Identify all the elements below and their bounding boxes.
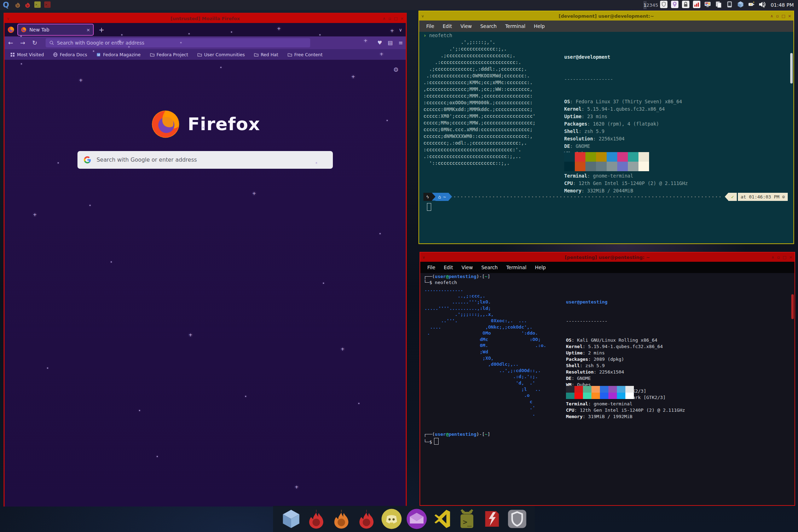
url-bar[interactable]: Search with Google or enter address	[46, 38, 310, 47]
shield-icon[interactable]	[660, 1, 667, 8]
bookmark-free-content[interactable]: Free Content	[288, 52, 323, 57]
location-pin-icon[interactable]	[671, 1, 678, 8]
terminal-olive-icon[interactable]: >_	[34, 1, 41, 8]
window-control-minimize-icon[interactable]: ▫	[388, 16, 391, 21]
bookmark-most-visited[interactable]: Most Visited	[10, 52, 44, 57]
qubes-menu-icon[interactable]: Q	[3, 0, 9, 10]
back-button[interactable]: ←	[5, 39, 17, 46]
window-control-maximize-icon[interactable]: □	[781, 14, 785, 18]
window-control-maximize-icon[interactable]: □	[782, 255, 786, 260]
home-search-box[interactable]: Search with Google or enter address	[77, 151, 333, 169]
window-menu-icon[interactable]: v	[423, 255, 425, 259]
padlock-icon[interactable]	[682, 1, 689, 8]
window-control-close-icon[interactable]: ×	[400, 16, 404, 21]
menu-icon[interactable]: ≡	[398, 40, 403, 46]
device-icon[interactable]	[726, 1, 733, 8]
window-menu-icon[interactable]: v	[422, 14, 424, 18]
library-icon[interactable]: ▤	[388, 40, 393, 46]
clock[interactable]: 01:48 PM	[771, 2, 794, 8]
dotted-leader	[454, 196, 722, 197]
battery-charging-icon[interactable]	[748, 1, 755, 8]
window-control-minimize-icon[interactable]: ▫	[776, 14, 779, 18]
scrollbar-thumb[interactable]	[790, 53, 793, 83]
window-control-close-icon[interactable]: ×	[788, 14, 791, 18]
bookmark-label: Red Hat	[261, 52, 278, 57]
palette-swatch	[575, 162, 585, 171]
dock-firefox-orange-icon[interactable]	[330, 508, 352, 530]
window-control-minimize-icon[interactable]: ▫	[777, 255, 780, 260]
volume-icon[interactable]	[759, 1, 766, 8]
dock-shield-app-icon[interactable]	[506, 508, 528, 530]
info-shell: Shell: zsh 5.9	[564, 128, 688, 135]
forward-button[interactable]: →	[17, 39, 29, 46]
window-control-close-icon[interactable]: ×	[789, 255, 792, 260]
info-memory: Memory: 319MiB / 1992MiB	[566, 414, 685, 420]
workspace-5[interactable]: 5	[655, 1, 658, 9]
window-menu-icon[interactable]: v	[7, 17, 9, 21]
window-control-shade-icon[interactable]: ∧	[771, 255, 774, 260]
qubes-cube-icon[interactable]	[737, 1, 744, 8]
dock-thunderbird-icon[interactable]	[406, 508, 428, 530]
list-all-tabs-icon[interactable]: ∨	[399, 27, 402, 33]
bookmark-user-communities[interactable]: User Communities	[197, 52, 245, 57]
menu-edit[interactable]: Edit	[440, 265, 457, 270]
bookmark-fedora-docs[interactable]: Fedora Docs	[53, 52, 87, 57]
pocket-icon[interactable]: ♥	[377, 40, 382, 46]
dev-titlebar[interactable]: v [development] user@development:~ ∧▫□×	[419, 11, 793, 21]
scrollbar-thumb[interactable]	[791, 294, 794, 319]
dock-qubes-cube-icon[interactable]	[280, 508, 302, 530]
menu-file[interactable]: File	[422, 23, 439, 29]
workspace-1[interactable]: 1	[643, 1, 646, 9]
clipboard-icon[interactable]	[715, 1, 722, 8]
window-control-maximize-icon[interactable]: □	[394, 16, 397, 21]
tab-close-icon[interactable]: ×	[86, 27, 90, 33]
bookmark-red-hat[interactable]: Red Hat	[254, 52, 278, 57]
firefox-titlebar[interactable]: v [untrusted] Mozilla Firefox ∧▫□×	[5, 14, 406, 23]
pentest-terminal-body[interactable]: ┌──(user@pentesting)-[~] └─$ neofetch ..…	[420, 273, 794, 505]
window-control-shade-icon[interactable]: ∧	[770, 14, 773, 18]
window-control-shade-icon[interactable]: ∧	[383, 16, 386, 21]
menu-help[interactable]: Help	[531, 265, 550, 270]
dock-firefox-red-icon[interactable]	[305, 508, 327, 530]
menu-view[interactable]: View	[456, 23, 476, 29]
firefox-red-icon[interactable]	[24, 1, 31, 8]
workspace-2[interactable]: 2	[647, 1, 649, 9]
menu-view[interactable]: View	[457, 265, 477, 270]
terminal-red-icon[interactable]: >_	[44, 1, 51, 8]
new-tab-button[interactable]: +	[99, 26, 104, 34]
dock-kitty-icon[interactable]: >_	[456, 508, 478, 530]
workspace-switcher: 12345	[643, 2, 658, 8]
reload-button[interactable]: ↻	[29, 39, 41, 46]
dock-firefox-red2-icon[interactable]	[355, 508, 377, 530]
window-controls[interactable]: ∧▫□×	[770, 14, 791, 18]
palette-swatch	[608, 386, 617, 393]
menu-terminal[interactable]: Terminal	[501, 23, 530, 29]
window-controls[interactable]: ∧▫□×	[771, 255, 792, 260]
firefox-brown-icon[interactable]	[14, 1, 21, 8]
personalize-gear-icon[interactable]: ⚙	[393, 66, 399, 73]
dock-discord-icon[interactable]	[381, 508, 403, 530]
palette-row	[566, 393, 634, 399]
palette-swatch	[564, 162, 575, 171]
window-controls[interactable]: ∧▫□×	[383, 16, 404, 21]
powerline-status-bar: ϟ ⌂~ ✓ at 01:46:03 PM ⊙	[423, 193, 788, 201]
menu-edit[interactable]: Edit	[439, 23, 456, 29]
menu-terminal[interactable]: Terminal	[502, 265, 531, 270]
menu-help[interactable]: Help	[530, 23, 549, 29]
dock-vscode-icon[interactable]	[431, 508, 453, 530]
workspace-3[interactable]: 3	[649, 1, 652, 9]
bookmark-fedora-project[interactable]: Fedora Project	[150, 52, 188, 57]
window-title: [untrusted] Mozilla Firefox	[170, 16, 240, 21]
bookmark-fedora-magazine[interactable]: MFedora Magazine	[96, 52, 140, 57]
palette-swatch	[625, 386, 634, 393]
menu-file[interactable]: File	[423, 265, 440, 270]
menu-search[interactable]: Search	[476, 23, 501, 29]
palette-row	[564, 162, 649, 171]
menu-search[interactable]: Search	[477, 265, 502, 270]
tab-new-tab[interactable]: New Tab ×	[17, 24, 94, 36]
display-icon[interactable]	[704, 1, 711, 8]
signal-bars-icon[interactable]	[693, 1, 700, 8]
dock-burp-icon[interactable]	[481, 508, 503, 530]
pentest-titlebar[interactable]: v [pentesting] user@pentesting: ~ ∧▫□×	[420, 253, 794, 262]
dev-terminal-body[interactable]: › neofetch .',;::::;,'. .';:cccccccccccc…	[419, 32, 793, 243]
